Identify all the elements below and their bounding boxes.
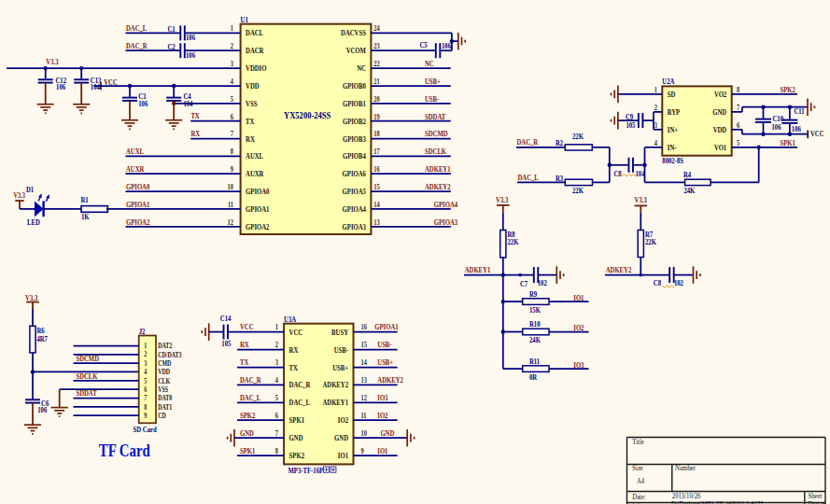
svg-text:106: 106 (186, 50, 195, 60)
svg-text:5: 5 (231, 95, 234, 104)
svg-text:2: 2 (231, 42, 234, 50)
svg-text:DAC_R: DAC_R (240, 375, 261, 385)
svg-text:GND: GND (334, 433, 348, 442)
svg-text:6: 6 (737, 121, 740, 130)
svg-text:105: 105 (626, 120, 635, 130)
svg-text:MP3-TF-16P: MP3-TF-16P (288, 466, 324, 475)
svg-text:NC: NC (357, 63, 366, 73)
svg-text:GND: GND (712, 107, 726, 117)
svg-text:11: 11 (361, 412, 367, 420)
svg-text:CLK: CLK (158, 377, 170, 385)
svg-text:VDD: VDD (713, 125, 727, 134)
svg-text:TF Card: TF Card (99, 441, 150, 460)
svg-text:VCC: VCC (240, 323, 254, 332)
svg-text:22K: 22K (508, 237, 519, 246)
svg-text:TX: TX (240, 357, 249, 367)
svg-text:USB+: USB+ (377, 357, 393, 367)
svg-text:10: 10 (228, 183, 234, 191)
svg-text:3: 3 (654, 121, 658, 130)
svg-text:GPIOB4: GPIOB4 (343, 152, 366, 161)
svg-text:24K: 24K (529, 335, 541, 344)
svg-text:R2: R2 (556, 139, 563, 148)
svg-text:IN-: IN- (668, 143, 677, 152)
svg-text:C1: C1 (168, 24, 176, 34)
svg-text:GND: GND (380, 428, 394, 438)
svg-text:USB-: USB- (425, 94, 440, 104)
svg-text:D:\Desktop\MP3-TF-16P\V1.3.SCH: D:\Desktop\MP3-TF-16P\V1.3.SCH (671, 499, 764, 504)
svg-text:ADKEY1: ADKEY1 (465, 266, 491, 275)
svg-text:16: 16 (361, 324, 368, 332)
svg-text:15: 15 (361, 342, 368, 350)
svg-text:102: 102 (538, 279, 547, 288)
svg-text:VO1: VO1 (714, 143, 726, 152)
svg-text:12: 12 (228, 218, 234, 227)
svg-text:106: 106 (56, 82, 65, 91)
svg-text:106: 106 (772, 122, 781, 132)
svg-text:DAT1: DAT1 (158, 403, 172, 412)
svg-text:SPK2: SPK2 (781, 85, 796, 94)
svg-text:SDCMD: SDCMD (76, 354, 99, 363)
svg-text:104: 104 (91, 82, 100, 91)
svg-text:GPIOA5: GPIOA5 (343, 187, 366, 196)
svg-text:DAC_R: DAC_R (289, 381, 311, 390)
svg-text:106: 106 (138, 99, 148, 108)
svg-text:USB-: USB- (377, 340, 392, 349)
svg-text:8002-8S: 8002-8S (662, 156, 683, 165)
svg-text:15K: 15K (529, 305, 541, 315)
svg-text:5: 5 (275, 394, 279, 402)
svg-text:Title: Title (632, 438, 644, 447)
svg-text:ADKEY2: ADKEY2 (322, 381, 348, 390)
svg-text:22K: 22K (645, 237, 656, 246)
svg-text:J2: J2 (139, 327, 146, 336)
svg-text:GPIOB0: GPIOB0 (343, 81, 366, 91)
svg-text:7: 7 (737, 104, 740, 112)
svg-text:106: 106 (442, 41, 451, 50)
svg-text:2: 2 (275, 342, 279, 350)
svg-text:SPK1: SPK1 (240, 446, 256, 455)
svg-text:12: 12 (361, 394, 368, 402)
svg-text:USB-: USB- (334, 345, 349, 355)
svg-text:SD: SD (668, 90, 676, 99)
svg-text:GPIOA3: GPIOA3 (434, 217, 457, 227)
svg-text:8: 8 (144, 403, 148, 411)
svg-text:5: 5 (144, 377, 148, 385)
svg-text:15: 15 (373, 183, 380, 191)
svg-text:14: 14 (373, 201, 380, 209)
svg-text:106: 106 (37, 405, 47, 414)
svg-text:V3.3: V3.3 (13, 190, 25, 200)
svg-text:BUSY: BUSY (331, 328, 348, 337)
svg-text:8: 8 (737, 86, 740, 94)
svg-text:GPIOA2: GPIOA2 (126, 217, 149, 227)
svg-text:GPIOA4: GPIOA4 (434, 200, 457, 209)
svg-text:V3.3: V3.3 (496, 195, 508, 204)
svg-text:9: 9 (144, 412, 148, 419)
svg-text:GPIOA0: GPIOA0 (246, 187, 269, 196)
svg-text:102: 102 (674, 278, 683, 287)
svg-text:GPIOA3: GPIOA3 (343, 222, 366, 231)
svg-text:IO1: IO1 (573, 293, 584, 302)
svg-text:1: 1 (654, 86, 658, 94)
svg-text:IO2: IO2 (377, 411, 387, 420)
svg-text:R3: R3 (556, 174, 563, 183)
svg-text:IO1: IO1 (377, 446, 387, 455)
svg-text:GPIOB1: GPIOB1 (343, 99, 366, 108)
svg-text:C7: C7 (520, 279, 528, 288)
svg-text:3: 3 (144, 359, 148, 367)
svg-text:GPIOA6: GPIOA6 (343, 169, 366, 178)
svg-text:D1: D1 (26, 185, 34, 194)
svg-text:Drawn: Drawn (808, 499, 824, 504)
svg-text:TX: TX (246, 117, 255, 126)
svg-text:1: 1 (231, 25, 234, 34)
svg-text:GPIOB2: GPIOB2 (343, 117, 366, 126)
svg-text:8: 8 (275, 447, 279, 455)
svg-text:6: 6 (275, 412, 279, 420)
svg-text:SDCMD: SDCMD (425, 129, 448, 138)
svg-text:8: 8 (231, 148, 234, 157)
svg-text:SDDAT: SDDAT (425, 112, 446, 121)
svg-text:13: 13 (361, 377, 368, 385)
svg-text:IO3: IO3 (573, 360, 584, 370)
svg-text:DAC_L: DAC_L (518, 174, 539, 183)
svg-text:24K: 24K (683, 187, 695, 196)
svg-text:IN+: IN+ (668, 125, 678, 134)
svg-text:A4: A4 (637, 477, 644, 486)
